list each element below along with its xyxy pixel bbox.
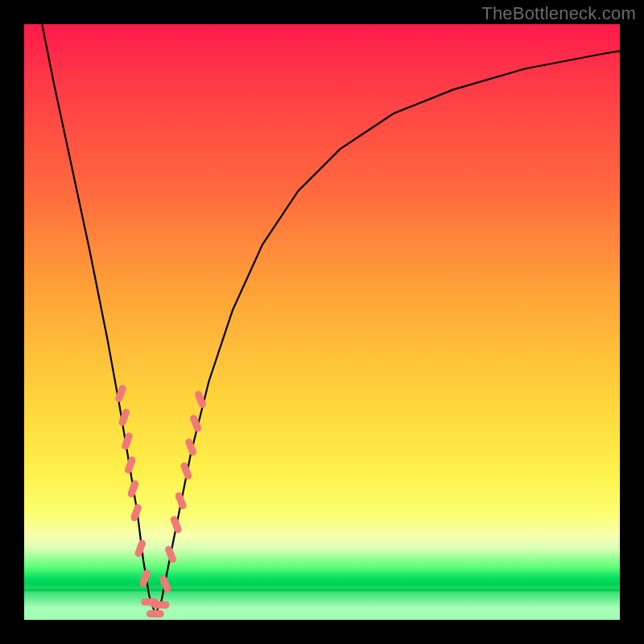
curve-marker (134, 539, 147, 558)
plot-area (24, 24, 620, 620)
curve-marker (174, 491, 188, 510)
curve-marker (126, 479, 139, 498)
chart-frame: TheBottleneck.com (0, 0, 644, 644)
curve-marker (152, 601, 170, 609)
bottleneck-curve (42, 24, 620, 614)
marker-group (114, 384, 207, 617)
curve-marker (164, 545, 178, 564)
curve-marker (138, 568, 151, 588)
watermark-text: TheBottleneck.com (481, 3, 636, 24)
curve-marker (124, 456, 137, 475)
curve-marker (147, 610, 164, 617)
curve-marker (169, 515, 183, 535)
curve-marker (184, 438, 198, 457)
curve-marker (180, 461, 193, 481)
curve-marker (121, 431, 134, 451)
curve-marker (130, 503, 142, 522)
chart-svg (24, 24, 620, 620)
